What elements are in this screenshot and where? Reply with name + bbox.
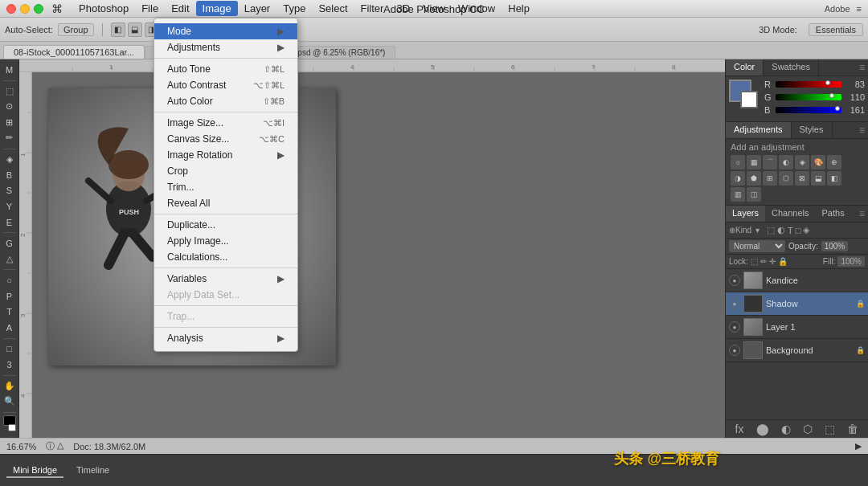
tab-0[interactable]: 08-iStock_000011057163Lar... bbox=[3, 45, 145, 59]
adj-bw[interactable]: ◑ bbox=[731, 171, 745, 186]
tool-3d[interactable]: 3 bbox=[2, 357, 18, 372]
panel-menu-icon[interactable]: ≡ bbox=[856, 59, 868, 76]
maximize-button[interactable] bbox=[34, 4, 43, 14]
fill-value[interactable]: 100% bbox=[837, 256, 865, 267]
adj-levels[interactable]: ▦ bbox=[747, 155, 761, 169]
filter-pixel-icon[interactable]: ⬚ bbox=[767, 225, 775, 235]
layer-fx-button[interactable]: fx bbox=[735, 423, 744, 435]
essentials-button[interactable]: Essentials bbox=[809, 23, 863, 36]
adj-color-lookup[interactable]: ⬡ bbox=[779, 171, 793, 186]
menu-file[interactable]: File bbox=[135, 1, 165, 16]
menu-edit[interactable]: Edit bbox=[165, 1, 195, 16]
menu-apply-image[interactable]: Apply Image... bbox=[154, 233, 297, 249]
adj-curves[interactable]: ⌒ bbox=[763, 155, 777, 169]
layers-menu-icon[interactable]: ≡ bbox=[856, 206, 868, 222]
r-slider[interactable] bbox=[776, 81, 841, 88]
background-visibility[interactable]: ● bbox=[729, 345, 740, 356]
menu-variables[interactable]: Variables ▶ bbox=[154, 271, 297, 287]
delete-layer-button[interactable]: 🗑 bbox=[847, 423, 858, 435]
menu-photoshop[interactable]: Photoshop bbox=[72, 1, 135, 16]
menu-icon[interactable]: ≡ bbox=[857, 4, 862, 14]
warning-icon[interactable]: △ bbox=[57, 440, 63, 452]
adjustments-tab[interactable]: Adjustments bbox=[726, 122, 792, 138]
close-button[interactable] bbox=[6, 4, 16, 14]
background-swatch[interactable] bbox=[740, 91, 758, 108]
g-slider[interactable] bbox=[776, 94, 841, 100]
tool-dodge[interactable]: ○ bbox=[2, 273, 18, 288]
layer-kandice[interactable]: ● Kandice bbox=[726, 269, 868, 292]
new-layer-button[interactable]: ⬚ bbox=[825, 423, 835, 435]
tool-text[interactable]: T bbox=[2, 304, 18, 319]
menu-calculations[interactable]: Calculations... bbox=[154, 249, 297, 265]
kind-dropdown-arrow[interactable]: ▾ bbox=[755, 226, 760, 235]
menu-layer[interactable]: Layer bbox=[238, 1, 277, 16]
tool-pen[interactable]: P bbox=[2, 289, 18, 304]
menu-image-rotation[interactable]: Image Rotation ▶ bbox=[154, 147, 297, 163]
adj-invert[interactable]: ⊠ bbox=[795, 171, 809, 186]
menu-auto-tone[interactable]: Auto Tone ⇧⌘L bbox=[154, 61, 297, 77]
menu-canvas-size[interactable]: Canvas Size... ⌥⌘C bbox=[154, 131, 297, 147]
tool-history-brush[interactable]: Y bbox=[2, 199, 18, 214]
lock-move-icon[interactable]: ✛ bbox=[769, 257, 776, 266]
adj-selective-color[interactable]: ◫ bbox=[747, 187, 761, 202]
menu-mode[interactable]: Mode ▶ bbox=[154, 23, 297, 39]
timeline-tab[interactable]: Timeline bbox=[70, 464, 116, 478]
adj-photo-filter[interactable]: ⬟ bbox=[747, 171, 761, 186]
tool-blur[interactable]: △ bbox=[2, 252, 18, 267]
tool-brush[interactable]: B bbox=[2, 168, 18, 182]
adj-gradient-map[interactable]: ▥ bbox=[731, 187, 745, 202]
minimize-button[interactable] bbox=[20, 4, 30, 14]
paths-tab[interactable]: Paths bbox=[816, 206, 851, 222]
adj-threshold[interactable]: ◧ bbox=[827, 171, 841, 186]
adj-channel-mixer[interactable]: ⊞ bbox=[763, 171, 777, 186]
tool-heal[interactable]: ◈ bbox=[2, 153, 18, 167]
opacity-value[interactable]: 100% bbox=[821, 241, 849, 251]
layer-group-button[interactable]: ⬡ bbox=[803, 423, 813, 435]
menu-trim[interactable]: Trim... bbox=[154, 179, 297, 195]
menu-crop[interactable]: Crop bbox=[154, 163, 297, 179]
filter-adj-icon[interactable]: ◐ bbox=[777, 225, 785, 235]
menu-adjustments[interactable]: Adjustments ▶ bbox=[154, 39, 297, 55]
tool-eraser[interactable]: E bbox=[2, 215, 18, 230]
tool-path-select[interactable]: A bbox=[2, 321, 18, 335]
b-slider[interactable] bbox=[776, 107, 841, 113]
tool-lasso[interactable]: ⊙ bbox=[2, 100, 18, 114]
align-center-icon[interactable]: ⬓ bbox=[128, 22, 142, 37]
adj-vibrance[interactable]: ◈ bbox=[795, 155, 809, 169]
lock-transparent-icon[interactable]: ⬚ bbox=[751, 257, 758, 266]
styles-tab[interactable]: Styles bbox=[792, 122, 833, 138]
group-select[interactable]: Group bbox=[58, 23, 94, 36]
menu-image-size[interactable]: Image Size... ⌥⌘I bbox=[154, 115, 297, 131]
menu-auto-color[interactable]: Auto Color ⇧⌘B bbox=[154, 93, 297, 109]
filter-smart-icon[interactable]: ◈ bbox=[803, 225, 809, 235]
tool-eyedropper[interactable]: ✏ bbox=[2, 131, 18, 145]
color-tab[interactable]: Color bbox=[726, 59, 764, 76]
filter-text-icon[interactable]: T bbox=[788, 226, 793, 235]
lock-paint-icon[interactable]: ✏ bbox=[760, 257, 767, 266]
menu-auto-contrast[interactable]: Auto Contrast ⌥⇧⌘L bbox=[154, 77, 297, 93]
layer1-visibility[interactable]: ● bbox=[729, 321, 740, 333]
adj-brightness[interactable]: ☼ bbox=[731, 155, 745, 169]
menu-select[interactable]: Select bbox=[312, 1, 354, 16]
align-left-icon[interactable]: ◧ bbox=[111, 22, 125, 37]
filter-shape-icon[interactable]: □ bbox=[796, 226, 801, 235]
kandice-visibility[interactable]: ● bbox=[729, 275, 740, 286]
status-arrow[interactable]: ▶ bbox=[855, 441, 862, 451]
tool-crop[interactable]: ⊞ bbox=[2, 116, 18, 130]
swatches-tab[interactable]: Swatches bbox=[764, 59, 819, 76]
tool-selection[interactable]: ⬚ bbox=[2, 84, 18, 98]
tool-move[interactable]: M bbox=[2, 63, 18, 77]
tool-clone[interactable]: S bbox=[2, 184, 18, 198]
menu-type[interactable]: Type bbox=[276, 1, 312, 16]
channels-tab[interactable]: Channels bbox=[765, 206, 815, 222]
tool-hand[interactable]: ✋ bbox=[2, 378, 18, 393]
layer-mask-button[interactable]: ⬤ bbox=[756, 423, 769, 435]
tool-shape[interactable]: □ bbox=[2, 341, 18, 356]
layers-tab[interactable]: Layers bbox=[726, 206, 765, 222]
apple-menu[interactable]: ⌘ bbox=[51, 2, 63, 15]
menu-help[interactable]: Help bbox=[502, 1, 536, 16]
adj-posterize[interactable]: ⬓ bbox=[811, 171, 825, 186]
layer-background[interactable]: ● Background 🔒 bbox=[726, 339, 868, 362]
menu-reveal-all[interactable]: Reveal All bbox=[154, 195, 297, 211]
background-color[interactable] bbox=[8, 424, 16, 431]
